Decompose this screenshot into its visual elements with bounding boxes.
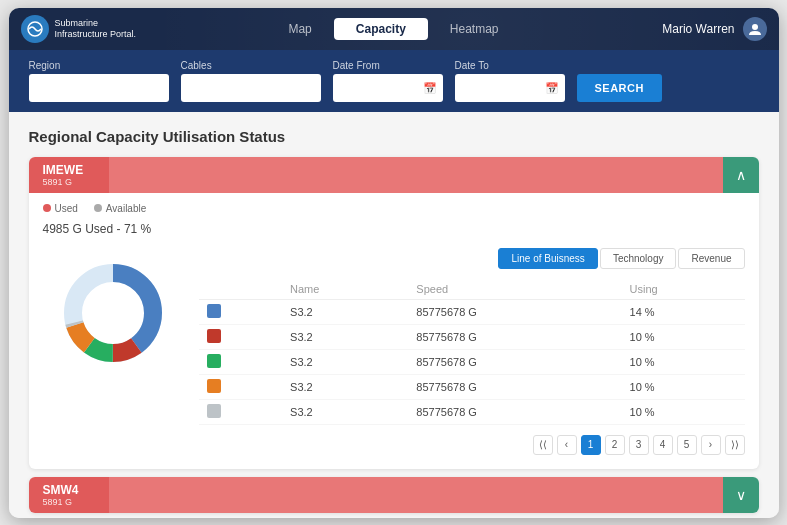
data-table: Name Speed Using S3.2 85775678 G 14 %: [199, 279, 745, 425]
col-header-empty: [199, 279, 283, 300]
content: Regional Capacity Utilisation Status IME…: [9, 112, 779, 518]
date-from-wrap: 📅: [333, 74, 443, 102]
row-speed-4: 85775678 G: [408, 399, 621, 424]
date-to-label: Date To: [455, 60, 565, 71]
legend-available: Available: [94, 203, 146, 214]
nav-tab-heatmap[interactable]: Heatmap: [428, 18, 521, 40]
accordion-name-imewe: IMEWE: [43, 163, 95, 177]
table-area: Line of Buisness Technology Revenue Name…: [199, 248, 745, 455]
page-3[interactable]: 3: [629, 435, 649, 455]
search-field-cables: Cables: [181, 60, 321, 102]
date-to-input[interactable]: [455, 74, 565, 102]
region-input[interactable]: [29, 74, 169, 102]
view-tab-lob[interactable]: Line of Buisness: [498, 248, 597, 269]
accordion-bar-imewe: [109, 157, 723, 193]
row-name-0: S3.2: [282, 299, 408, 324]
search-bar: Region Cables Date From 📅 Date To 📅 SEAR…: [9, 50, 779, 112]
page-4[interactable]: 4: [653, 435, 673, 455]
col-header-name: Name: [282, 279, 408, 300]
user-area: Mario Warren: [637, 17, 767, 41]
table-row: S3.2 85775678 G 10 %: [199, 349, 745, 374]
legend-label-available: Available: [106, 203, 146, 214]
row-name-3: S3.2: [282, 374, 408, 399]
search-field-date-to: Date To 📅: [455, 60, 565, 102]
pagination: ⟨⟨ ‹ 1 2 3 4 5 › ⟩⟩: [199, 435, 745, 455]
row-speed-3: 85775678 G: [408, 374, 621, 399]
color-swatch-4: [207, 404, 221, 418]
region-label: Region: [29, 60, 169, 71]
accordion-header-imewe[interactable]: IMEWE 5891 G ∧: [29, 157, 759, 193]
nav-tab-capacity[interactable]: Capacity: [334, 18, 428, 40]
view-tab-revenue[interactable]: Revenue: [678, 248, 744, 269]
donut-chart: [58, 258, 168, 368]
color-swatch-0: [207, 304, 221, 318]
page-prev[interactable]: ‹: [557, 435, 577, 455]
accordion-chevron-imewe[interactable]: ∧: [723, 157, 759, 193]
chart-area: [43, 248, 183, 378]
page-next[interactable]: ›: [701, 435, 721, 455]
table-row: S3.2 85775678 G 10 %: [199, 324, 745, 349]
row-name-2: S3.2: [282, 349, 408, 374]
row-using-0: 14 %: [622, 299, 745, 324]
page-5[interactable]: 5: [677, 435, 697, 455]
usage-text: 4985 G Used - 71 %: [43, 222, 745, 236]
color-swatch-1: [207, 329, 221, 343]
accordion-body-imewe: Used Available 4985 G Used - 71 %: [29, 193, 759, 469]
row-speed-2: 85775678 G: [408, 349, 621, 374]
nav-tab-map[interactable]: Map: [266, 18, 333, 40]
page-last[interactable]: ⟩⟩: [725, 435, 745, 455]
legend-used: Used: [43, 203, 78, 214]
accordion-chevron-smw4[interactable]: ∨: [723, 477, 759, 513]
row-name-1: S3.2: [282, 324, 408, 349]
row-using-1: 10 %: [622, 324, 745, 349]
svg-point-8: [85, 285, 141, 341]
accordion-bar-smw4: [109, 477, 723, 513]
date-to-wrap: 📅: [455, 74, 565, 102]
svg-point-1: [752, 24, 758, 30]
logo-icon: [21, 15, 49, 43]
user-avatar[interactable]: [743, 17, 767, 41]
cables-label: Cables: [181, 60, 321, 71]
row-color-2: [199, 349, 283, 374]
search-button[interactable]: SEARCH: [577, 74, 662, 102]
logo-area: Submarine Infrastructure Portal.: [21, 15, 151, 43]
view-tabs: Line of Buisness Technology Revenue: [199, 248, 745, 269]
row-name-4: S3.2: [282, 399, 408, 424]
table-row: S3.2 85775678 G 10 %: [199, 399, 745, 424]
row-color-3: [199, 374, 283, 399]
section-title: Regional Capacity Utilisation Status: [29, 128, 759, 145]
table-row: S3.2 85775678 G 10 %: [199, 374, 745, 399]
row-speed-1: 85775678 G: [408, 324, 621, 349]
chart-table-row: Line of Buisness Technology Revenue Name…: [43, 248, 745, 455]
legend: Used Available: [43, 203, 745, 214]
user-name: Mario Warren: [662, 22, 734, 36]
accordion-sub-imewe: 5891 G: [43, 177, 95, 187]
legend-dot-used: [43, 204, 51, 212]
page-2[interactable]: 2: [605, 435, 625, 455]
row-color-4: [199, 399, 283, 424]
app-window: Submarine Infrastructure Portal. Map Cap…: [9, 8, 779, 518]
search-field-region: Region: [29, 60, 169, 102]
row-using-3: 10 %: [622, 374, 745, 399]
nav-tabs: Map Capacity Heatmap: [151, 18, 637, 40]
table-row: S3.2 85775678 G 14 %: [199, 299, 745, 324]
logo-text: Submarine Infrastructure Portal.: [55, 18, 137, 40]
date-from-input[interactable]: [333, 74, 443, 102]
search-field-date-from: Date From 📅: [333, 60, 443, 102]
page-1[interactable]: 1: [581, 435, 601, 455]
accordion-header-smw4[interactable]: SMW4 5891 G ∨: [29, 477, 759, 513]
accordion-name-smw4: SMW4: [43, 483, 95, 497]
row-using-4: 10 %: [622, 399, 745, 424]
color-swatch-3: [207, 379, 221, 393]
row-color-0: [199, 299, 283, 324]
view-tab-technology[interactable]: Technology: [600, 248, 677, 269]
date-from-label: Date From: [333, 60, 443, 71]
header: Submarine Infrastructure Portal. Map Cap…: [9, 8, 779, 50]
accordion-sub-smw4: 5891 G: [43, 497, 95, 507]
page-first[interactable]: ⟨⟨: [533, 435, 553, 455]
accordion-label-smw4: SMW4 5891 G: [29, 477, 109, 513]
accordion-smw4: SMW4 5891 G ∨: [29, 477, 759, 513]
cables-input[interactable]: [181, 74, 321, 102]
col-header-speed: Speed: [408, 279, 621, 300]
legend-dot-available: [94, 204, 102, 212]
